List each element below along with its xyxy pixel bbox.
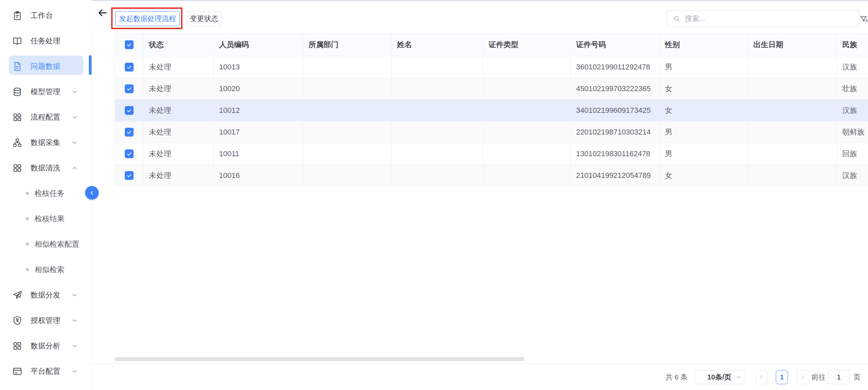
next-page-button[interactable] <box>797 370 808 384</box>
goto-page-input[interactable] <box>828 370 850 384</box>
table-row[interactable]: 未处理 10017 220102198710303214 男 朝鲜族 <box>115 121 868 143</box>
page-number-button[interactable]: 1 <box>776 370 788 384</box>
shield-key-icon <box>12 315 22 326</box>
cell-checkbox <box>115 143 143 165</box>
grid-icon <box>12 163 22 173</box>
sidebar-item-process-config[interactable]: 流程配置 <box>0 104 92 130</box>
cell-status: 未处理 <box>143 143 214 165</box>
cell-checkbox <box>115 121 143 143</box>
pagination: 共 6 条 10条/页 1 前往 页 <box>92 364 868 390</box>
funnel-icon <box>859 15 868 24</box>
table-row[interactable]: 未处理 10013 360102199011292478 男 汉族 <box>115 56 868 78</box>
grid-icon <box>12 341 22 351</box>
search-input[interactable] <box>685 15 854 23</box>
open-book-icon <box>12 36 22 46</box>
sidebar-item-data-analysis[interactable]: 数据分析 <box>0 333 92 358</box>
sidebar-item-platform-config[interactable]: 平台配置 <box>0 358 92 384</box>
cell-gender: 女 <box>659 100 748 121</box>
chevron-down-icon <box>71 292 78 299</box>
start-data-process-button[interactable]: 发起数据处理流程 <box>115 11 180 26</box>
table-row[interactable]: 未处理 10016 210104199212054789 女 汉族 <box>115 165 868 186</box>
cell-name <box>392 100 483 121</box>
sidebar-item-task-processing[interactable]: 任务处理 <box>0 28 92 54</box>
cell-id-number: 130102198301162478 <box>571 143 659 165</box>
page-size-value: 10条/页 <box>703 372 735 382</box>
cell-id-number: 450102199703222365 <box>571 78 659 100</box>
cell-code: 10013 <box>214 56 303 78</box>
hierarchy-icon <box>12 138 22 148</box>
top-divider <box>92 0 868 1</box>
sidebar-item-workbench[interactable]: 工作台 <box>0 3 92 28</box>
row-checkbox[interactable] <box>125 84 134 93</box>
chevron-down-icon <box>71 343 78 349</box>
cell-status: 未处理 <box>143 121 214 143</box>
sidebar-item-model-management[interactable]: 模型管理 <box>0 79 92 104</box>
search-icon <box>673 15 681 23</box>
bullet-icon <box>26 192 29 195</box>
sidebar-item-label: 工作台 <box>31 11 78 21</box>
cell-gender: 女 <box>659 78 748 100</box>
back-button[interactable] <box>97 7 109 19</box>
total-count-label: 共 6 条 <box>666 372 688 382</box>
document-icon <box>12 61 22 71</box>
row-checkbox[interactable] <box>125 128 134 137</box>
sidebar-subitem-check-task[interactable]: 检核任务 <box>0 181 92 206</box>
cell-department <box>303 56 392 78</box>
cell-status: 未处理 <box>143 100 214 121</box>
page-unit-label: 页 <box>853 372 861 382</box>
filter-button[interactable] <box>859 14 868 24</box>
clipboard-icon <box>12 11 22 21</box>
change-status-button[interactable]: 变更状态 <box>187 11 221 26</box>
select-all-checkbox[interactable] <box>125 40 134 49</box>
horizontal-scrollbar-thumb[interactable] <box>115 357 524 361</box>
sidebar-item-problem-data[interactable]: 问题数据 <box>0 54 92 79</box>
cell-birth-date <box>748 100 837 121</box>
cell-birth-date <box>748 143 837 165</box>
cell-gender: 男 <box>659 56 748 78</box>
database-icon <box>12 87 22 97</box>
sidebar-item-data-collection[interactable]: 数据采集 <box>0 130 92 155</box>
cell-id-type <box>483 56 571 78</box>
sidebar-subitem-check-result[interactable]: 检核结果 <box>0 206 92 231</box>
page-size-select[interactable]: 10条/页 <box>695 370 746 384</box>
row-checkbox[interactable] <box>125 171 134 180</box>
row-checkbox[interactable] <box>125 106 134 115</box>
table-row[interactable]: 未处理 10020 450102199703222365 女 壮族 <box>115 78 868 100</box>
table-row[interactable]: 未处理 10011 130102198301162478 男 回族 <box>115 143 868 165</box>
table-body: 未处理 10013 360102199011292478 男 汉族 未处理 10… <box>115 56 868 186</box>
sidebar-subitem-similar-search[interactable]: 相似检索 <box>0 257 92 282</box>
chevron-down-icon <box>71 88 78 95</box>
cell-id-type <box>483 121 571 143</box>
sidebar-item-authorization[interactable]: 授权管理 <box>0 308 92 333</box>
sidebar-item-data-cleaning[interactable]: 数据清洗 <box>0 155 92 181</box>
cell-id-type <box>483 143 571 165</box>
sidebar-item-label: 任务处理 <box>31 36 78 46</box>
sidebar-subitem-similar-search-config[interactable]: 相似检索配置 <box>0 231 92 257</box>
sidebar-active-indicator <box>89 55 92 75</box>
sidebar-item-label: 数据分析 <box>31 341 63 351</box>
cell-department <box>303 143 392 165</box>
chevron-down-icon <box>735 374 742 380</box>
row-checkbox[interactable] <box>125 149 134 158</box>
cell-name <box>392 78 483 100</box>
cell-checkbox <box>115 100 143 121</box>
sidebar-item-label: 问题数据 <box>31 61 78 71</box>
chevron-down-icon <box>71 368 78 375</box>
row-checkbox[interactable] <box>125 63 134 71</box>
cell-ethnicity: 汉族 <box>837 56 868 78</box>
cell-ethnicity: 回族 <box>837 143 868 165</box>
header-cell: 证件类型 <box>483 34 571 56</box>
bullet-icon <box>26 217 29 220</box>
cell-code: 10011 <box>214 143 303 165</box>
cell-name <box>392 56 483 78</box>
table-row-selected[interactable]: 未处理 10012 340102199609173425 女 汉族 <box>115 100 868 121</box>
sidebar-item-label: 数据采集 <box>31 138 63 148</box>
sidebar-item-data-distribution[interactable]: 数据分发 <box>0 282 92 308</box>
cell-birth-date <box>748 56 837 78</box>
prev-page-button[interactable] <box>756 370 767 384</box>
sidebar-subitem-label: 检核任务 <box>35 188 64 199</box>
search-box[interactable] <box>667 10 860 27</box>
sidebar-collapse-button[interactable] <box>85 186 99 200</box>
sidebar-nav: 工作台 任务处理 问题数据 模型管理 流程配置 <box>0 0 92 384</box>
cell-department <box>303 165 392 186</box>
